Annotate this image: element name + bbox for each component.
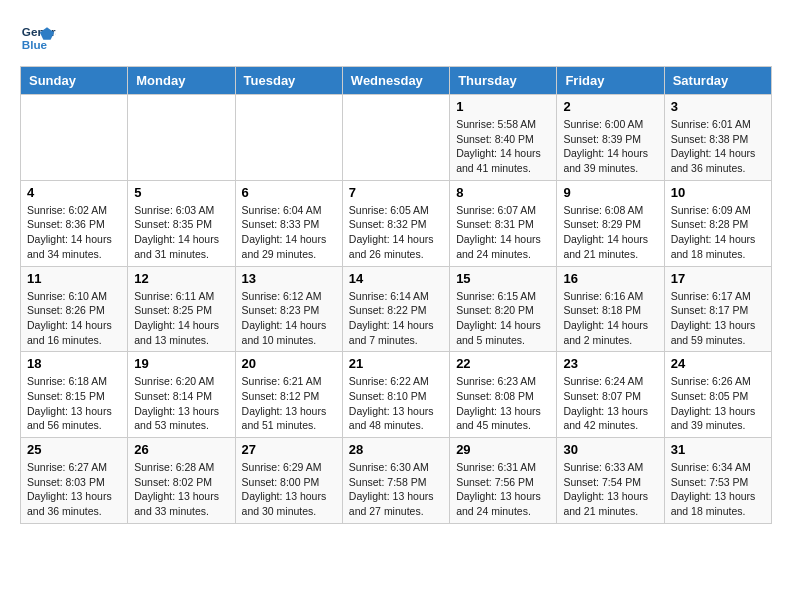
day-number: 7 xyxy=(349,185,443,200)
weekday-header: Sunday xyxy=(21,67,128,95)
day-info: Sunrise: 6:21 AM Sunset: 8:12 PM Dayligh… xyxy=(242,374,336,433)
day-info: Sunrise: 6:14 AM Sunset: 8:22 PM Dayligh… xyxy=(349,289,443,348)
calendar-cell: 26Sunrise: 6:28 AM Sunset: 8:02 PM Dayli… xyxy=(128,438,235,524)
calendar-cell: 27Sunrise: 6:29 AM Sunset: 8:00 PM Dayli… xyxy=(235,438,342,524)
day-number: 28 xyxy=(349,442,443,457)
day-info: Sunrise: 6:04 AM Sunset: 8:33 PM Dayligh… xyxy=(242,203,336,262)
day-number: 19 xyxy=(134,356,228,371)
logo-icon: General Blue xyxy=(20,20,56,56)
weekday-header: Thursday xyxy=(450,67,557,95)
day-number: 22 xyxy=(456,356,550,371)
calendar-cell: 19Sunrise: 6:20 AM Sunset: 8:14 PM Dayli… xyxy=(128,352,235,438)
calendar-cell: 29Sunrise: 6:31 AM Sunset: 7:56 PM Dayli… xyxy=(450,438,557,524)
calendar-cell: 17Sunrise: 6:17 AM Sunset: 8:17 PM Dayli… xyxy=(664,266,771,352)
weekday-header: Saturday xyxy=(664,67,771,95)
calendar-week-row: 4Sunrise: 6:02 AM Sunset: 8:36 PM Daylig… xyxy=(21,180,772,266)
day-number: 24 xyxy=(671,356,765,371)
calendar-cell: 21Sunrise: 6:22 AM Sunset: 8:10 PM Dayli… xyxy=(342,352,449,438)
day-number: 2 xyxy=(563,99,657,114)
calendar-cell: 16Sunrise: 6:16 AM Sunset: 8:18 PM Dayli… xyxy=(557,266,664,352)
day-number: 11 xyxy=(27,271,121,286)
day-number: 4 xyxy=(27,185,121,200)
day-info: Sunrise: 6:31 AM Sunset: 7:56 PM Dayligh… xyxy=(456,460,550,519)
day-info: Sunrise: 6:02 AM Sunset: 8:36 PM Dayligh… xyxy=(27,203,121,262)
weekday-header: Tuesday xyxy=(235,67,342,95)
day-info: Sunrise: 6:15 AM Sunset: 8:20 PM Dayligh… xyxy=(456,289,550,348)
day-info: Sunrise: 6:07 AM Sunset: 8:31 PM Dayligh… xyxy=(456,203,550,262)
day-number: 29 xyxy=(456,442,550,457)
day-info: Sunrise: 6:17 AM Sunset: 8:17 PM Dayligh… xyxy=(671,289,765,348)
day-info: Sunrise: 6:23 AM Sunset: 8:08 PM Dayligh… xyxy=(456,374,550,433)
day-info: Sunrise: 6:03 AM Sunset: 8:35 PM Dayligh… xyxy=(134,203,228,262)
day-info: Sunrise: 6:29 AM Sunset: 8:00 PM Dayligh… xyxy=(242,460,336,519)
calendar-cell: 12Sunrise: 6:11 AM Sunset: 8:25 PM Dayli… xyxy=(128,266,235,352)
day-info: Sunrise: 6:11 AM Sunset: 8:25 PM Dayligh… xyxy=(134,289,228,348)
calendar-cell: 5Sunrise: 6:03 AM Sunset: 8:35 PM Daylig… xyxy=(128,180,235,266)
day-info: Sunrise: 6:12 AM Sunset: 8:23 PM Dayligh… xyxy=(242,289,336,348)
day-number: 1 xyxy=(456,99,550,114)
day-info: Sunrise: 6:05 AM Sunset: 8:32 PM Dayligh… xyxy=(349,203,443,262)
day-number: 30 xyxy=(563,442,657,457)
day-number: 8 xyxy=(456,185,550,200)
day-info: Sunrise: 6:20 AM Sunset: 8:14 PM Dayligh… xyxy=(134,374,228,433)
calendar-cell: 31Sunrise: 6:34 AM Sunset: 7:53 PM Dayli… xyxy=(664,438,771,524)
day-info: Sunrise: 6:18 AM Sunset: 8:15 PM Dayligh… xyxy=(27,374,121,433)
day-info: Sunrise: 6:08 AM Sunset: 8:29 PM Dayligh… xyxy=(563,203,657,262)
calendar-cell: 23Sunrise: 6:24 AM Sunset: 8:07 PM Dayli… xyxy=(557,352,664,438)
day-info: Sunrise: 6:28 AM Sunset: 8:02 PM Dayligh… xyxy=(134,460,228,519)
calendar-cell: 3Sunrise: 6:01 AM Sunset: 8:38 PM Daylig… xyxy=(664,95,771,181)
day-info: Sunrise: 6:34 AM Sunset: 7:53 PM Dayligh… xyxy=(671,460,765,519)
day-number: 6 xyxy=(242,185,336,200)
calendar-cell: 8Sunrise: 6:07 AM Sunset: 8:31 PM Daylig… xyxy=(450,180,557,266)
calendar-week-row: 18Sunrise: 6:18 AM Sunset: 8:15 PM Dayli… xyxy=(21,352,772,438)
calendar-week-row: 1Sunrise: 5:58 AM Sunset: 8:40 PM Daylig… xyxy=(21,95,772,181)
day-number: 17 xyxy=(671,271,765,286)
logo: General Blue xyxy=(20,20,60,56)
day-number: 10 xyxy=(671,185,765,200)
calendar-cell: 24Sunrise: 6:26 AM Sunset: 8:05 PM Dayli… xyxy=(664,352,771,438)
day-info: Sunrise: 6:33 AM Sunset: 7:54 PM Dayligh… xyxy=(563,460,657,519)
calendar-week-row: 25Sunrise: 6:27 AM Sunset: 8:03 PM Dayli… xyxy=(21,438,772,524)
calendar-cell xyxy=(21,95,128,181)
day-info: Sunrise: 6:16 AM Sunset: 8:18 PM Dayligh… xyxy=(563,289,657,348)
day-info: Sunrise: 6:00 AM Sunset: 8:39 PM Dayligh… xyxy=(563,117,657,176)
day-info: Sunrise: 6:22 AM Sunset: 8:10 PM Dayligh… xyxy=(349,374,443,433)
day-number: 25 xyxy=(27,442,121,457)
calendar-cell: 28Sunrise: 6:30 AM Sunset: 7:58 PM Dayli… xyxy=(342,438,449,524)
day-number: 16 xyxy=(563,271,657,286)
day-number: 18 xyxy=(27,356,121,371)
day-number: 13 xyxy=(242,271,336,286)
calendar-cell: 2Sunrise: 6:00 AM Sunset: 8:39 PM Daylig… xyxy=(557,95,664,181)
day-number: 21 xyxy=(349,356,443,371)
calendar-cell xyxy=(128,95,235,181)
calendar-cell: 13Sunrise: 6:12 AM Sunset: 8:23 PM Dayli… xyxy=(235,266,342,352)
calendar-cell xyxy=(342,95,449,181)
calendar-cell: 4Sunrise: 6:02 AM Sunset: 8:36 PM Daylig… xyxy=(21,180,128,266)
weekday-header: Friday xyxy=(557,67,664,95)
day-info: Sunrise: 6:09 AM Sunset: 8:28 PM Dayligh… xyxy=(671,203,765,262)
day-info: Sunrise: 6:24 AM Sunset: 8:07 PM Dayligh… xyxy=(563,374,657,433)
calendar-cell: 25Sunrise: 6:27 AM Sunset: 8:03 PM Dayli… xyxy=(21,438,128,524)
day-number: 31 xyxy=(671,442,765,457)
day-info: Sunrise: 6:26 AM Sunset: 8:05 PM Dayligh… xyxy=(671,374,765,433)
day-number: 15 xyxy=(456,271,550,286)
calendar-cell: 7Sunrise: 6:05 AM Sunset: 8:32 PM Daylig… xyxy=(342,180,449,266)
day-info: Sunrise: 6:01 AM Sunset: 8:38 PM Dayligh… xyxy=(671,117,765,176)
calendar-cell: 30Sunrise: 6:33 AM Sunset: 7:54 PM Dayli… xyxy=(557,438,664,524)
calendar-cell: 11Sunrise: 6:10 AM Sunset: 8:26 PM Dayli… xyxy=(21,266,128,352)
day-number: 20 xyxy=(242,356,336,371)
day-number: 27 xyxy=(242,442,336,457)
calendar-week-row: 11Sunrise: 6:10 AM Sunset: 8:26 PM Dayli… xyxy=(21,266,772,352)
day-number: 5 xyxy=(134,185,228,200)
calendar-cell: 6Sunrise: 6:04 AM Sunset: 8:33 PM Daylig… xyxy=(235,180,342,266)
calendar-cell: 15Sunrise: 6:15 AM Sunset: 8:20 PM Dayli… xyxy=(450,266,557,352)
calendar-cell: 18Sunrise: 6:18 AM Sunset: 8:15 PM Dayli… xyxy=(21,352,128,438)
day-info: Sunrise: 6:10 AM Sunset: 8:26 PM Dayligh… xyxy=(27,289,121,348)
page-header: General Blue xyxy=(20,20,772,56)
day-info: Sunrise: 5:58 AM Sunset: 8:40 PM Dayligh… xyxy=(456,117,550,176)
day-info: Sunrise: 6:27 AM Sunset: 8:03 PM Dayligh… xyxy=(27,460,121,519)
day-number: 3 xyxy=(671,99,765,114)
calendar-cell: 1Sunrise: 5:58 AM Sunset: 8:40 PM Daylig… xyxy=(450,95,557,181)
calendar-cell: 10Sunrise: 6:09 AM Sunset: 8:28 PM Dayli… xyxy=(664,180,771,266)
day-number: 12 xyxy=(134,271,228,286)
